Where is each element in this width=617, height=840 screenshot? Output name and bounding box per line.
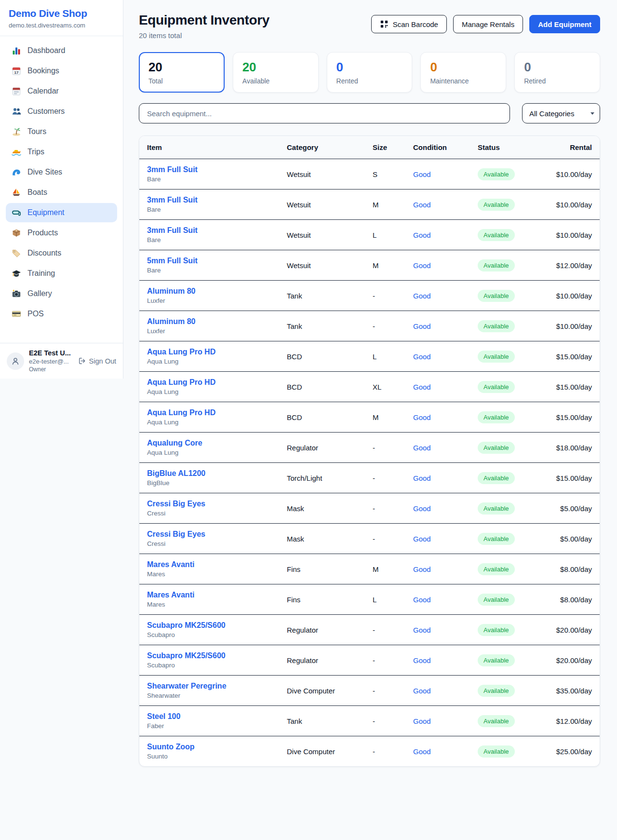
condition-link[interactable]: Good bbox=[413, 687, 431, 695]
sign-out-button[interactable]: Sign Out bbox=[78, 357, 116, 365]
condition-link[interactable]: Good bbox=[413, 656, 431, 664]
table-row: 3mm Full Suit Bare Wetsuit M Good Availa… bbox=[139, 190, 600, 220]
condition-link[interactable]: Good bbox=[413, 170, 431, 178]
sidebar-item-training[interactable]: Training bbox=[6, 264, 117, 283]
status-badge: Available bbox=[478, 199, 515, 211]
sidebar-item-equipment[interactable]: Equipment bbox=[6, 203, 117, 222]
sidebar-item-dive-sites[interactable]: Dive Sites bbox=[6, 163, 117, 182]
condition-link[interactable]: Good bbox=[413, 292, 431, 300]
sidebar-item-boats[interactable]: Boats bbox=[6, 183, 117, 202]
sidebar-item-trips[interactable]: Trips bbox=[6, 142, 117, 162]
condition-link[interactable]: Good bbox=[413, 596, 431, 604]
user-meta: E2E Test U... e2e-tester@... Owner bbox=[29, 349, 73, 373]
item-brand: Aqua Lung bbox=[147, 449, 275, 456]
item-category: BCD bbox=[281, 402, 367, 433]
sidebar-item-calendar[interactable]: Calendar bbox=[6, 81, 117, 101]
stat-card-rented[interactable]: 0 Rented bbox=[327, 52, 413, 93]
stat-card-available[interactable]: 20 Available bbox=[233, 52, 319, 93]
sidebar-item-products[interactable]: Products bbox=[6, 223, 117, 243]
item-brand: Mares bbox=[147, 570, 275, 578]
sidebar-item-discounts[interactable]: Discounts bbox=[6, 244, 117, 263]
item-name-link[interactable]: Aqua Lung Pro HD bbox=[147, 378, 275, 387]
item-size: - bbox=[367, 311, 407, 341]
brand-title[interactable]: Demo Dive Shop bbox=[9, 8, 114, 19]
item-name-link[interactable]: Aluminum 80 bbox=[147, 317, 275, 326]
search-input[interactable] bbox=[139, 103, 510, 123]
condition-link[interactable]: Good bbox=[413, 413, 431, 421]
condition-link[interactable]: Good bbox=[413, 535, 431, 543]
rental-price: $35.00/day bbox=[548, 676, 600, 706]
scan-barcode-button[interactable]: Scan Barcode bbox=[371, 15, 447, 33]
item-category: Wetsuit bbox=[281, 220, 367, 250]
stat-label: Total bbox=[148, 77, 215, 85]
rental-price: $12.00/day bbox=[548, 706, 600, 736]
item-brand: Aqua Lung bbox=[147, 419, 275, 426]
status-badge: Available bbox=[478, 411, 515, 423]
item-name-link[interactable]: Steel 100 bbox=[147, 712, 275, 721]
status-badge: Available bbox=[478, 624, 515, 636]
table-row: Cressi Big Eyes Cressi Mask - Good Avail… bbox=[139, 493, 600, 524]
item-size: M bbox=[367, 554, 407, 584]
table-row: Mares Avanti Mares Fins M Good Available… bbox=[139, 554, 600, 584]
status-badge: Available bbox=[478, 290, 515, 302]
item-name-link[interactable]: Aqualung Core bbox=[147, 439, 275, 447]
item-name-link[interactable]: Aqua Lung Pro HD bbox=[147, 348, 275, 356]
condition-link[interactable]: Good bbox=[413, 383, 431, 391]
item-name-link[interactable]: Cressi Big Eyes bbox=[147, 530, 275, 539]
stat-card-retired[interactable]: 0 Retired bbox=[514, 52, 600, 93]
table-row: Aqualung Core Aqua Lung Regulator - Good… bbox=[139, 433, 600, 463]
sidebar-item-customers[interactable]: Customers bbox=[6, 102, 117, 121]
item-size: XL bbox=[367, 372, 407, 402]
item-name-link[interactable]: BigBlue AL1200 bbox=[147, 469, 275, 478]
calendar-icon bbox=[12, 86, 21, 96]
item-name-link[interactable]: Cressi Big Eyes bbox=[147, 500, 275, 508]
add-equipment-button[interactable]: Add Equipment bbox=[529, 15, 600, 33]
condition-link[interactable]: Good bbox=[413, 444, 431, 452]
stat-card-maintenance[interactable]: 0 Maintenance bbox=[420, 52, 506, 93]
graduation-cap-icon bbox=[12, 269, 21, 278]
condition-link[interactable]: Good bbox=[413, 201, 431, 209]
condition-link[interactable]: Good bbox=[413, 504, 431, 513]
rental-price: $5.00/day bbox=[548, 493, 600, 524]
rental-price: $8.00/day bbox=[548, 584, 600, 615]
table-row: Mares Avanti Mares Fins L Good Available… bbox=[139, 584, 600, 615]
condition-link[interactable]: Good bbox=[413, 352, 431, 361]
item-size: - bbox=[367, 736, 407, 767]
condition-link[interactable]: Good bbox=[413, 747, 431, 756]
sidebar-item-pos[interactable]: POS bbox=[6, 304, 117, 324]
rental-price: $25.00/day bbox=[548, 736, 600, 767]
item-name-link[interactable]: Aluminum 80 bbox=[147, 287, 275, 296]
item-name-link[interactable]: Mares Avanti bbox=[147, 560, 275, 569]
stat-card-total[interactable]: 20 Total bbox=[139, 52, 225, 93]
rental-price: $18.00/day bbox=[548, 433, 600, 463]
category-select[interactable]: All Categories bbox=[522, 103, 600, 123]
manage-rentals-button[interactable]: Manage Rentals bbox=[453, 15, 523, 33]
condition-link[interactable]: Good bbox=[413, 565, 431, 573]
camera-icon bbox=[12, 289, 21, 298]
sidebar-item-gallery[interactable]: Gallery bbox=[6, 284, 117, 303]
item-name-link[interactable]: 3mm Full Suit bbox=[147, 196, 275, 204]
item-name-link[interactable]: 3mm Full Suit bbox=[147, 165, 275, 174]
item-name-link[interactable]: 5mm Full Suit bbox=[147, 257, 275, 265]
item-name-link[interactable]: Aqua Lung Pro HD bbox=[147, 408, 275, 417]
condition-link[interactable]: Good bbox=[413, 474, 431, 482]
sidebar-item-label: Customers bbox=[27, 107, 65, 116]
condition-link[interactable]: Good bbox=[413, 261, 431, 270]
item-name-link[interactable]: Scubapro MK25/S600 bbox=[147, 621, 275, 630]
rental-price: $10.00/day bbox=[548, 281, 600, 311]
item-category: Fins bbox=[281, 554, 367, 584]
sidebar-item-bookings[interactable]: 17 Bookings bbox=[6, 61, 117, 81]
condition-link[interactable]: Good bbox=[413, 231, 431, 239]
condition-link[interactable]: Good bbox=[413, 322, 431, 330]
sidebar-item-tours[interactable]: Tours bbox=[6, 122, 117, 141]
item-name-link[interactable]: Suunto Zoop bbox=[147, 743, 275, 751]
condition-link[interactable]: Good bbox=[413, 717, 431, 725]
condition-link[interactable]: Good bbox=[413, 626, 431, 634]
sidebar-item-dashboard[interactable]: Dashboard bbox=[6, 41, 117, 60]
item-name-link[interactable]: Scubapro MK25/S600 bbox=[147, 651, 275, 660]
status-badge: Available bbox=[478, 442, 515, 454]
item-name-link[interactable]: Shearwater Peregrine bbox=[147, 682, 275, 691]
filter-bar: All Categories bbox=[139, 103, 600, 123]
item-name-link[interactable]: 3mm Full Suit bbox=[147, 226, 275, 235]
item-name-link[interactable]: Mares Avanti bbox=[147, 591, 275, 599]
